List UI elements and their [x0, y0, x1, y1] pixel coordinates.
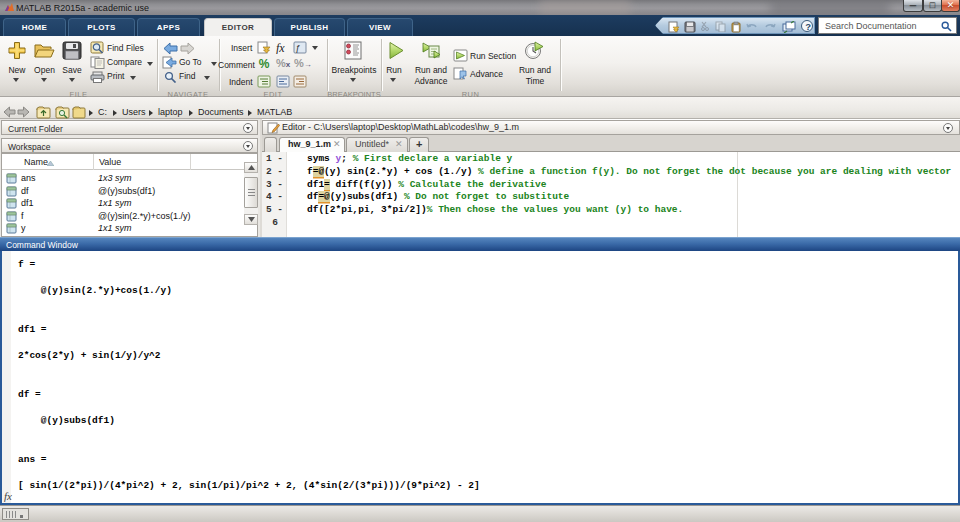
- svg-text:fx: fx: [276, 41, 285, 54]
- svg-text:ƒ: ƒ: [296, 43, 301, 53]
